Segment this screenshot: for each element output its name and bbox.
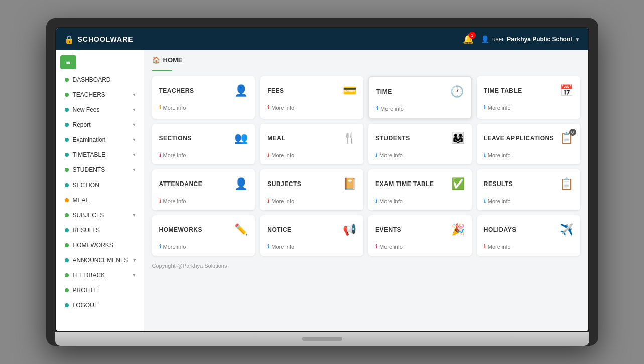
notification-bell[interactable]: 🔔 1 — [463, 34, 474, 45]
sidebar-item-results[interactable]: RESULTS — [56, 223, 144, 238]
user-info[interactable]: 👤 user Parkhya Public School ▼ — [481, 35, 580, 43]
top-right: 🔔 1 👤 user Parkhya Public School ▼ — [463, 34, 580, 45]
card-attendance[interactable]: ATTENDANCE 👤 ℹ More info — [152, 169, 255, 210]
sidebar-dot-report — [65, 123, 69, 127]
sidebar-dot-students — [65, 168, 69, 172]
sidebar-item-report[interactable]: Report ▼ — [56, 117, 144, 132]
app-body: ≡ DASHBOARD TEACHERS ▼ New Fees — [56, 50, 588, 331]
card-time[interactable]: TIME 🕐 ℹ More info — [368, 76, 472, 119]
card-time-table-title: TIME TABLE — [484, 87, 522, 94]
card-teachers[interactable]: TEACHERS 👤 ℹ More info — [152, 76, 255, 119]
card-holidays-title: HOLIDAYS — [484, 226, 517, 233]
sidebar-item-profile[interactable]: PROFILE — [56, 283, 144, 298]
sidebar-item-section[interactable]: SECTION — [56, 177, 144, 193]
card-attendance-title: ATTENDANCE — [159, 180, 203, 188]
sidebar-dot-announcements — [65, 258, 69, 262]
sidebar-label-teachers: TEACHERS — [73, 91, 128, 98]
card-events[interactable]: EVENTS 🎉 ℹ More info — [368, 215, 472, 256]
laptop-frame: 🔒 SCHOOLWARE 🔔 1 👤 user Parkhya Public S… — [46, 18, 598, 346]
sidebar-label-report: Report — [73, 121, 128, 128]
card-notice-title: NOTICE — [267, 226, 291, 233]
card-holidays-more-info: More info — [488, 244, 511, 250]
card-holidays-header: HOLIDAYS ✈️ — [484, 223, 573, 236]
card-attendance-footer: ℹ More info — [159, 198, 248, 204]
card-holidays[interactable]: HOLIDAYS ✈️ ℹ More info — [477, 215, 580, 256]
card-time-header: TIME 🕐 — [376, 85, 464, 98]
sidebar-item-feedback[interactable]: FEEDBACK ▼ — [56, 268, 144, 283]
sidebar-item-subjects[interactable]: SUBJECTS ▼ — [56, 208, 144, 223]
user-label: user — [492, 36, 504, 43]
sidebar-label-logout: LOGOUT — [73, 302, 137, 309]
card-exam-time-table-more-info: More info — [379, 198, 403, 204]
sidebar-item-examination[interactable]: Examination ▼ — [56, 132, 144, 147]
main-content: 🏠 HOME TEACHERS 👤 ℹ More info — [144, 50, 588, 331]
card-exam-time-table[interactable]: EXAM TIME TABLE ✅ ℹ More info — [368, 169, 472, 210]
card-meal[interactable]: MEAL 🍴 ℹ More info — [260, 124, 363, 164]
card-teachers-footer: ℹ More info — [159, 104, 248, 111]
card-attendance-header: ATTENDANCE 👤 — [159, 177, 248, 191]
card-exam-time-table-footer: ℹ More info — [375, 198, 465, 204]
sidebar-arrow-timetable: ▼ — [132, 152, 137, 157]
sidebar: ≡ DASHBOARD TEACHERS ▼ New Fees — [56, 50, 144, 331]
sidebar-dot-subjects — [65, 213, 69, 217]
sidebar-item-teachers[interactable]: TEACHERS ▼ — [56, 87, 144, 102]
sidebar-dot-profile — [65, 288, 69, 292]
card-homeworks-footer: ℹ More info — [159, 243, 248, 250]
sidebar-item-meal[interactable]: MEAL — [56, 193, 144, 208]
menu-toggle-button[interactable]: ≡ — [60, 55, 76, 69]
card-subjects[interactable]: SUBJECTS 📔 ℹ More info — [260, 169, 363, 210]
card-notice[interactable]: NOTICE 📢 ℹ More info — [260, 215, 363, 256]
card-events-header: EVENTS 🎉 — [375, 223, 465, 236]
card-sections[interactable]: SECTIONS 👥 ℹ More info — [152, 124, 255, 164]
card-fees[interactable]: FEES 💳 ℹ More info — [260, 76, 363, 119]
card-sections-info-icon: ℹ — [159, 152, 161, 158]
sidebar-item-announcements[interactable]: ANNOUNCEMENTS ▼ — [56, 253, 144, 268]
card-students-footer: ℹ More info — [375, 152, 465, 158]
card-meal-footer: ℹ More info — [267, 152, 356, 158]
card-leave-applications-info-icon: ℹ — [484, 152, 486, 158]
sidebar-label-examination: Examination — [73, 136, 128, 143]
card-events-info-icon: ℹ — [375, 243, 377, 250]
card-time-table-header: TIME TABLE 📅 — [484, 84, 573, 97]
card-sections-title: SECTIONS — [159, 135, 192, 142]
sidebar-item-students[interactable]: STUDENTS ▼ — [56, 162, 144, 177]
brand-name: SCHOOLWARE — [78, 35, 134, 43]
card-notice-footer: ℹ More info — [267, 243, 356, 250]
card-holidays-icon: ✈️ — [560, 223, 573, 236]
card-meal-info-icon: ℹ — [267, 152, 269, 158]
sidebar-item-logout[interactable]: LOGOUT — [56, 298, 144, 313]
card-homeworks-info-icon: ℹ — [159, 243, 161, 250]
card-results[interactable]: RESULTS 📋 ℹ More info — [477, 169, 580, 210]
card-fees-info-icon: ℹ — [267, 104, 269, 111]
sidebar-dot-homeworks — [65, 243, 69, 247]
card-teachers-more-info: More info — [163, 105, 186, 111]
card-attendance-info-icon: ℹ — [159, 198, 161, 204]
sidebar-dot-timetable — [65, 153, 69, 157]
brand: 🔒 SCHOOLWARE — [64, 35, 134, 44]
card-time-table-footer: ℹ More info — [484, 104, 573, 111]
card-homeworks-icon: ✏️ — [234, 223, 248, 236]
sidebar-item-dashboard[interactable]: DASHBOARD — [56, 72, 144, 87]
card-subjects-more-info: More info — [271, 198, 294, 204]
card-results-icon: 📋 — [560, 177, 573, 191]
card-students[interactable]: STUDENTS 👨‍👩‍👧 ℹ More info — [368, 124, 472, 164]
card-leave-applications-footer: ℹ More info — [484, 152, 573, 158]
card-time-table[interactable]: TIME TABLE 📅 ℹ More info — [477, 76, 580, 119]
card-time-icon: 🕐 — [450, 85, 464, 98]
laptop-screen: 🔒 SCHOOLWARE 🔔 1 👤 user Parkhya Public S… — [55, 27, 589, 332]
title-underline — [152, 70, 172, 71]
sidebar-item-homeworks[interactable]: HOMEWORKS — [56, 238, 144, 253]
card-homeworks[interactable]: HOMEWORKS ✏️ ℹ More info — [152, 215, 255, 256]
card-notice-more-info: More info — [271, 244, 294, 250]
card-students-title: STUDENTS — [375, 135, 410, 142]
sidebar-dot-teachers — [65, 93, 69, 97]
sidebar-item-new-fees[interactable]: New Fees ▼ — [56, 102, 144, 117]
card-meal-more-info: More info — [271, 152, 294, 158]
sidebar-dot-new-fees — [65, 108, 69, 112]
card-leave-applications-header: LEAVE APPLICATIONS 📋0 — [484, 132, 573, 145]
card-sections-header: SECTIONS 👥 — [159, 132, 248, 145]
card-leave-applications[interactable]: LEAVE APPLICATIONS 📋0 ℹ More info — [477, 124, 580, 164]
sidebar-label-meal: MEAL — [73, 197, 137, 204]
sidebar-item-timetable[interactable]: TIMETABLE ▼ — [56, 147, 144, 162]
card-fees-more-info: More info — [271, 105, 294, 111]
